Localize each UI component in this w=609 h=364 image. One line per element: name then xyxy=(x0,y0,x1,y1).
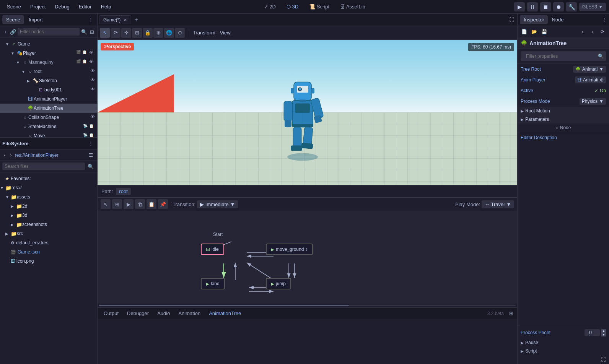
anim-next-tool[interactable]: ▶ xyxy=(124,199,134,209)
insp-save-icon[interactable]: 💾 xyxy=(540,28,548,36)
tab-import[interactable]: Import xyxy=(25,15,47,24)
parameters-header[interactable]: ▶ Parameters xyxy=(518,115,609,123)
tree-item-player[interactable]: ▼ 🎭 Player 🎬 📋 👁 xyxy=(0,49,97,58)
tab-scene[interactable]: Scene xyxy=(2,15,24,24)
sm-scrollbar[interactable] xyxy=(98,304,517,307)
fs-collapse-button[interactable]: ☰ xyxy=(87,151,95,159)
tab-audio[interactable]: Audio xyxy=(153,309,174,318)
mode-script[interactable]: 📜 Script xyxy=(305,2,333,11)
pause-button[interactable]: ⏸ xyxy=(527,2,538,11)
state-node-move-ground[interactable]: ▶ move_ground ↕ xyxy=(266,244,313,255)
root-motion-header[interactable]: ▶ Root Motion xyxy=(518,107,609,115)
search-files-input[interactable] xyxy=(2,162,85,170)
bottom-expand-icon[interactable]: ⊞ xyxy=(508,310,515,317)
play-mode-dropdown[interactable]: ↔ Travel ▼ xyxy=(482,200,514,208)
fs-item-game-tscn[interactable]: ▶ 🎬 Game.tscn xyxy=(0,247,97,257)
state-node-land[interactable]: ▶ land xyxy=(201,278,225,289)
menu-project[interactable]: Project xyxy=(26,2,49,11)
viewport-3d[interactable]: :Perspective FPS: 60 (16.67 ms) xyxy=(98,40,517,185)
mannequiny-eye[interactable]: 👁 xyxy=(88,59,94,65)
insp-open-icon[interactable]: 📂 xyxy=(530,28,538,36)
tab-game[interactable]: Game(*) ✕ xyxy=(99,15,131,24)
scene-panel-more[interactable]: ⋮ xyxy=(87,16,95,23)
anim-copy-tool[interactable]: 📋 xyxy=(147,199,156,209)
state-machine-canvas[interactable]: Start 🎞 idle ▶ move_ground ↕ ▶ land xyxy=(98,211,517,307)
tree-item-animtree[interactable]: ▶ 🌳 AnimationTree xyxy=(0,104,97,113)
root-eye[interactable]: 👁 xyxy=(90,68,96,75)
tab-animation[interactable]: Animation xyxy=(174,309,204,318)
tool-move[interactable]: ✛ xyxy=(121,28,131,38)
tree-item-move[interactable]: ▶ ○ Move 📡 📋 xyxy=(0,131,97,137)
process-mode-dropdown[interactable]: Physics ▼ xyxy=(580,98,606,105)
script-row[interactable]: ▶ Script xyxy=(518,347,609,355)
tab-inspector[interactable]: Inspector xyxy=(520,15,548,24)
fs-item-3d[interactable]: ▶ 📁 3d xyxy=(0,211,97,220)
spin-down[interactable]: ▼ xyxy=(601,333,606,336)
process-priority-input[interactable] xyxy=(585,329,600,336)
tree-item-game[interactable]: ▼ ○ Game xyxy=(0,39,97,49)
fs-item-2d[interactable]: ▶ 📁 2d xyxy=(0,202,97,211)
mode-3d[interactable]: ⬡ 3D xyxy=(283,2,302,11)
pause-row[interactable]: ▶ Pause xyxy=(518,338,609,347)
tab-debugger[interactable]: Debugger xyxy=(123,309,153,318)
node-button[interactable]: ○ Node xyxy=(556,125,571,130)
tool-lock[interactable]: 🔒 xyxy=(143,28,153,38)
play-scene-button[interactable]: ⏺ xyxy=(553,2,564,11)
tree-item-mannequiny[interactable]: ▼ ○ Mannequiny 🎬 📋 👁 xyxy=(0,58,97,67)
anim-box-select[interactable]: ⊞ xyxy=(112,199,122,209)
perspective-badge[interactable]: :Perspective xyxy=(101,43,134,50)
tab-output[interactable]: Output xyxy=(100,309,122,318)
settings-button[interactable]: 🔧 xyxy=(566,2,577,11)
tool-scale[interactable]: ⊞ xyxy=(132,28,142,38)
stop-button[interactable]: ⏹ xyxy=(540,2,551,11)
play-button[interactable]: ▶ xyxy=(514,2,525,11)
fs-item-icon-png[interactable]: ▶ 🖼 icon.png xyxy=(0,257,97,266)
add-tab-button[interactable]: + xyxy=(131,15,141,25)
insp-refresh-icon[interactable]: ⟳ xyxy=(598,28,607,36)
fs-back-button[interactable]: ‹ xyxy=(2,151,7,159)
tool-rotate[interactable]: ⟳ xyxy=(111,28,120,38)
insp-next-icon[interactable]: › xyxy=(588,28,597,36)
tree-item-animplayer[interactable]: ▶ 🎞 AnimationPlayer xyxy=(0,94,97,104)
tree-item-root[interactable]: ▼ ○ root 👁 xyxy=(0,67,97,76)
mode-2d[interactable]: ⤢ 2D xyxy=(260,2,280,11)
gles-badge[interactable]: GLES3 ▼ xyxy=(579,3,606,11)
filter-nodes-input[interactable] xyxy=(18,28,80,36)
tool-snap[interactable]: ⊙ xyxy=(175,28,185,38)
anim-delete-tool[interactable]: 🗑 xyxy=(135,199,145,209)
fs-item-src[interactable]: ▶ 📁 src xyxy=(0,229,97,238)
sm-scrollbar-thumb[interactable] xyxy=(99,305,349,306)
tree-root-dropdown[interactable]: 🌳 Animati ▼ xyxy=(573,66,606,73)
skeleton-eye[interactable]: 👁 xyxy=(90,78,96,84)
viewport-maximize-icon[interactable]: ⛶ xyxy=(508,15,516,24)
state-node-idle[interactable]: 🎞 idle xyxy=(201,244,224,255)
menu-help[interactable]: Help xyxy=(97,2,115,11)
menu-debug[interactable]: Debug xyxy=(51,2,73,11)
link-node-button[interactable]: 🔗 xyxy=(10,28,16,36)
menu-scene[interactable]: Scene xyxy=(3,2,25,11)
fs-item-default-env[interactable]: ▶ ⚙ default_env.tres xyxy=(0,238,97,247)
body001-eye[interactable]: 👁 xyxy=(90,87,96,93)
fs-item-screenshots[interactable]: ▶ 📁 screenshots xyxy=(0,220,97,229)
tool-pivot[interactable]: 🌐 xyxy=(164,28,174,38)
spin-up[interactable]: ▲ xyxy=(601,329,606,333)
tree-item-statemachine[interactable]: ▶ ○ StateMachine 📡 📋 xyxy=(0,122,97,131)
insp-history-icon[interactable]: 📄 xyxy=(520,28,528,36)
tab-game-close[interactable]: ✕ xyxy=(124,18,127,23)
mode-assetlib[interactable]: 🗄 AssetLib xyxy=(336,2,369,11)
fs-search-icon[interactable]: 🔍 xyxy=(86,162,95,171)
tree-item-skeleton[interactable]: ▶ 🦴 Skeleton 👁 xyxy=(0,76,97,85)
state-node-jump[interactable]: ▶ jump xyxy=(266,278,291,289)
tree-item-collision[interactable]: ▶ ○ CollisionShape 👁 xyxy=(0,113,97,122)
tab-animationtree[interactable]: AnimationTree xyxy=(205,309,245,318)
tab-node[interactable]: Node xyxy=(548,15,567,24)
fs-forward-button[interactable]: › xyxy=(8,151,13,159)
tool-select[interactable]: ↖ xyxy=(100,28,110,38)
tree-item-body001[interactable]: ▶ 🗋 body001 👁 xyxy=(0,85,97,94)
collision-eye[interactable]: 👁 xyxy=(90,114,96,120)
search-nodes-icon[interactable]: 🔍 xyxy=(81,28,87,36)
inspector-more[interactable]: ⋮ xyxy=(602,17,607,23)
tool-group[interactable]: ⊕ xyxy=(153,28,163,38)
scene-options-icon[interactable]: ⊞ xyxy=(89,28,95,36)
anim-select-tool[interactable]: ↖ xyxy=(101,199,111,209)
